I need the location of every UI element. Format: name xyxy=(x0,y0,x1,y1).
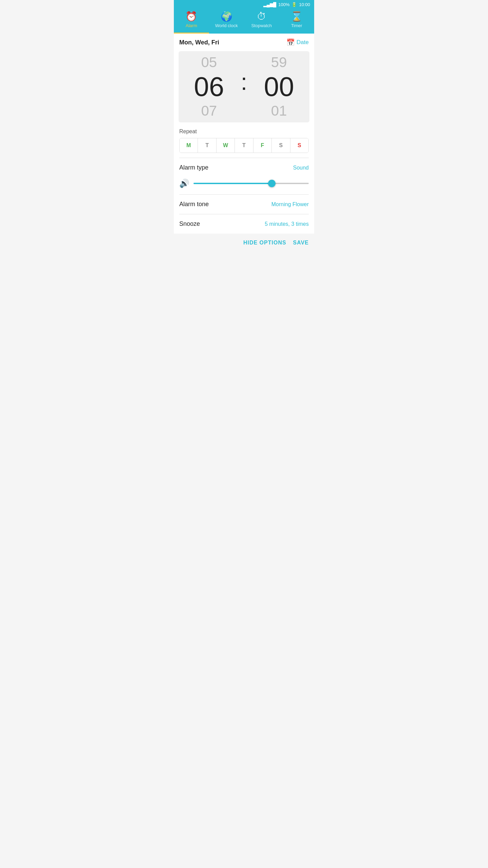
volume-thumb[interactable] xyxy=(268,180,276,187)
snooze-value: 5 minutes, 3 times xyxy=(265,221,309,227)
save-button[interactable]: SAVE xyxy=(293,240,309,246)
time-colon: : xyxy=(240,68,249,95)
stopwatch-icon: ⏱ xyxy=(257,12,266,21)
bottom-buttons: HIDE OPTIONS SAVE xyxy=(174,234,314,252)
hour-next: 07 xyxy=(201,102,217,120)
tab-worldclock-label: World clock xyxy=(215,23,238,28)
status-bar: ▂▄▆█ 100% 🔋 10:00 xyxy=(174,0,314,9)
volume-row[interactable]: 🔊 xyxy=(174,177,314,194)
hour-column[interactable]: 05 06 07 xyxy=(179,53,240,120)
worldclock-icon: 🌍 xyxy=(221,12,232,21)
date-label: Date xyxy=(297,39,309,46)
alarm-tone-value: Morning Flower xyxy=(271,201,309,208)
calendar-icon: 📅 xyxy=(286,38,295,46)
day-tuesday[interactable]: T xyxy=(198,138,216,153)
day-monday[interactable]: M xyxy=(180,138,198,153)
tab-alarm-label: Alarm xyxy=(186,23,197,28)
alarm-tone-label: Alarm tone xyxy=(179,201,209,208)
alarm-type-value: Sound xyxy=(293,165,309,171)
alarm-type-row[interactable]: Alarm type Sound xyxy=(174,158,314,177)
alarm-type-label: Alarm type xyxy=(179,164,208,171)
day-sunday[interactable]: S xyxy=(290,138,308,153)
day-friday[interactable]: F xyxy=(253,138,272,153)
day-selector: M T W T F S S xyxy=(179,138,309,153)
status-time: 10:00 xyxy=(299,2,310,7)
tab-timer[interactable]: ⌛ Timer xyxy=(279,9,314,31)
minute-next: 01 xyxy=(271,102,287,120)
snooze-row[interactable]: Snooze 5 minutes, 3 times xyxy=(174,214,314,234)
volume-fill xyxy=(194,183,272,184)
timer-icon: ⌛ xyxy=(291,12,303,21)
volume-icon: 🔊 xyxy=(179,179,189,188)
tab-timer-label: Timer xyxy=(291,23,302,28)
repeat-label: Repeat xyxy=(179,129,309,135)
time-picker[interactable]: 05 06 07 : 59 00 01 xyxy=(179,51,309,122)
battery-percentage: 100% xyxy=(278,2,289,7)
main-content: Mon, Wed, Fri 📅 Date 05 06 07 : 59 00 01… xyxy=(174,34,314,252)
day-date-row: Mon, Wed, Fri 📅 Date xyxy=(174,34,314,50)
hour-current: 06 xyxy=(194,72,224,102)
alarm-tone-row[interactable]: Alarm tone Morning Flower xyxy=(174,195,314,214)
hour-prev: 05 xyxy=(201,53,217,72)
repeat-section: Repeat M T W T F S S xyxy=(174,124,314,158)
day-wednesday[interactable]: W xyxy=(217,138,235,153)
day-thursday[interactable]: T xyxy=(235,138,253,153)
signal-icon: ▂▄▆█ xyxy=(263,2,276,7)
navigation-tabs: ⏰ Alarm 🌍 World clock ⏱ Stopwatch ⌛ Time… xyxy=(174,9,314,34)
battery-icon: 🔋 xyxy=(291,2,297,7)
volume-slider[interactable] xyxy=(194,183,309,184)
minute-column[interactable]: 59 00 01 xyxy=(248,53,309,120)
date-button[interactable]: 📅 Date xyxy=(286,38,309,46)
tab-stopwatch[interactable]: ⏱ Stopwatch xyxy=(244,9,279,31)
tab-worldclock[interactable]: 🌍 World clock xyxy=(209,9,244,31)
minute-current: 00 xyxy=(264,72,294,102)
snooze-label: Snooze xyxy=(179,220,200,228)
selected-days: Mon, Wed, Fri xyxy=(179,39,219,46)
alarm-icon: ⏰ xyxy=(185,12,197,21)
hide-options-button[interactable]: HIDE OPTIONS xyxy=(243,240,286,246)
tab-stopwatch-label: Stopwatch xyxy=(251,23,272,28)
tab-alarm[interactable]: ⏰ Alarm xyxy=(174,9,209,31)
minute-prev: 59 xyxy=(271,53,287,72)
day-saturday[interactable]: S xyxy=(272,138,290,153)
